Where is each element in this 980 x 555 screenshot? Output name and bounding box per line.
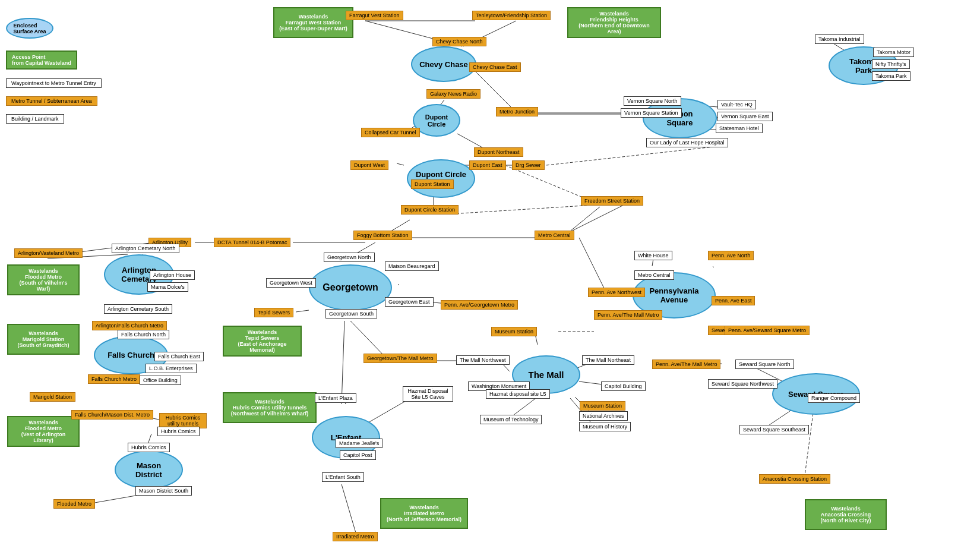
map-container: EnclosedSurface Area Access Pointfrom Ca…: [0, 0, 980, 555]
mason-district-node[interactable]: MasonDistrict: [115, 450, 183, 489]
tepid-sewers[interactable]: Tepid Sewers: [254, 308, 293, 317]
wastelands-arlington[interactable]: WastelandsFlooded Metro(South of Vilhelm…: [7, 264, 80, 295]
penn-ave-northwest[interactable]: Penn. Ave Northwest: [588, 288, 645, 297]
metro-central-node: Metro Central: [634, 270, 674, 280]
ranger-compound: Ranger Compound: [808, 393, 860, 403]
seward-square-north: Seward Square North: [735, 360, 794, 369]
svg-line-82: [805, 409, 814, 475]
museum-station-top[interactable]: Museum Station: [491, 327, 537, 336]
legend-enclosed: EnclosedSurface Area: [6, 18, 102, 39]
svg-line-71: [713, 266, 714, 267]
georgetown-mall-metro[interactable]: Georgetown/The Mall Metro: [363, 354, 437, 363]
seward-square-northwest: Seward Square Northwest: [708, 379, 777, 389]
arlington-cemetary-south: Arlington Cemetary South: [104, 304, 172, 314]
white-house: White House: [634, 251, 672, 260]
office-building: Office Building: [140, 376, 181, 385]
svg-line-47: [296, 310, 309, 312]
museum-station-bottom[interactable]: Museum Station: [580, 401, 625, 411]
penn-seward-metro[interactable]: Penn. Ave/Seward Square Metro: [725, 326, 810, 335]
wastelands-hubris[interactable]: WastelandsHubris Comics utility tunnels(…: [223, 392, 317, 423]
georgetown-node[interactable]: Georgetown: [309, 264, 392, 311]
hubris-comics-1: Hubris Comics: [157, 427, 200, 436]
marigold-station[interactable]: Marigold Station: [30, 392, 75, 402]
dupont-east: Dupont East: [469, 160, 506, 170]
museum-of-history: Museum of History: [579, 422, 631, 431]
svg-line-50: [350, 321, 385, 357]
wastelands-anacostia[interactable]: WastelandsAnacostia Crossing(North of Ri…: [805, 499, 887, 530]
falls-church-north: Falls Church North: [118, 330, 169, 339]
svg-line-40: [88, 494, 143, 504]
svg-line-51: [342, 321, 344, 404]
mason-district-south: Mason District South: [135, 486, 192, 496]
wastelands-flooded[interactable]: WastelandsFlooded Metro(Vest of Arlingto…: [7, 416, 80, 447]
falls-church-metro[interactable]: Falls Church Metro: [88, 374, 140, 384]
flooded-metro[interactable]: Flooded Metro: [53, 499, 95, 509]
chevy-chase-node[interactable]: Chevy Chase: [411, 46, 476, 82]
tenleytown-station[interactable]: Tenleytown/Friendship Station: [472, 11, 551, 20]
legend-metro: Metro Tunnel / Subterranean Area: [6, 96, 102, 106]
penn-ave-georgetown-metro[interactable]: Penn. Ave/Georgetown Metro: [441, 300, 518, 310]
irradiated-metro[interactable]: Irradiated Metro: [333, 532, 378, 541]
dupont-circle-large-node[interactable]: Dupont CircleStation: [407, 159, 475, 198]
the-mall-northwest: The Mall Northwest: [456, 355, 510, 365]
penn-ave-east[interactable]: Penn. Ave East: [712, 296, 755, 305]
hubris-comics-2: Hubris Comics: [128, 443, 170, 452]
our-lady-hospital: Our Lady of Last Hope Hospital: [646, 138, 728, 147]
dupont-west: Dupont West: [350, 160, 388, 170]
vault-tec-hq: Vault-Tec HQ: [717, 100, 756, 109]
freedom-street-station[interactable]: Freedom Street Station: [581, 196, 643, 206]
svg-line-44: [398, 284, 399, 285]
anacostia-crossing-station[interactable]: Anacostia Crossing Station: [759, 474, 830, 484]
svg-line-57: [342, 484, 356, 535]
svg-line-17: [451, 205, 594, 214]
penn-ave-north[interactable]: Penn. Ave North: [708, 251, 754, 260]
lenfant-plaza: L'Enfant Plaza: [315, 393, 356, 403]
arlington-cemetary-north: Arlington Cemetary North: [112, 244, 179, 253]
nifty-thriftys: Nifty Thrifty's: [872, 59, 910, 69]
svg-line-61: [511, 397, 538, 417]
legend-waypoint: Waypointnext to Metro Tunnel Entry: [6, 78, 102, 88]
legend: EnclosedSurface Area Access Pointfrom Ca…: [6, 18, 102, 132]
metro-junction[interactable]: Metro Junction: [496, 107, 538, 116]
wastelands-tepid[interactable]: WastelandsTepid Sewers(East of Anchorage…: [223, 326, 302, 357]
farragut-west-station[interactable]: Farragut Vest Station: [346, 11, 403, 20]
dupont-station: Dupont Station: [411, 179, 454, 189]
arlington-wasteland-metro[interactable]: Arlington/Vasteland Metro: [14, 248, 83, 258]
falls-church-east: Falls Church East: [154, 352, 204, 361]
seward-square-southeast: Seward Square Southeast: [739, 425, 809, 434]
wastelands-marigold[interactable]: WastelandsMarigold Station(South of Gray…: [7, 324, 80, 355]
hazmat-disposal: Hazmat Disposal Site L5 Caves: [403, 386, 453, 402]
svg-line-91: [567, 207, 600, 234]
arlington-house: Arlington House: [150, 270, 195, 280]
wastelands-friendship[interactable]: WastelandsFriendship Heights(Northern En…: [567, 7, 661, 38]
lob-enterprises: L.O.B. Enterprises: [146, 364, 197, 373]
galaxy-news-radio[interactable]: Galaxy News Radio: [426, 89, 480, 99]
mama-dolces: Mama Dolce's: [147, 282, 188, 292]
legend-building: Building / Landmark: [6, 114, 102, 124]
georgetown-north: Georgetown North: [324, 253, 375, 262]
wastelands-irradiated[interactable]: WastelandsIrradiated Metro(North of Jeff…: [380, 498, 468, 529]
arlington-falls-metro[interactable]: Arlington/Falls Church Metro: [92, 321, 167, 330]
takoma-park-waypoint: Takoma Park: [872, 71, 911, 81]
georgetown-east: Georgetown East: [385, 297, 434, 307]
chevy-chase-east: Chevy Chase East: [469, 62, 521, 72]
wastelands-farragut[interactable]: WastelandsFarragut West Station(East of …: [273, 7, 353, 38]
collapsed-car-tunnel[interactable]: Collapsed Car Tunnel: [361, 128, 420, 137]
penn-mall-top[interactable]: Penn. Ave/The Mall Metro: [594, 310, 662, 320]
metro-central[interactable]: Metro Central: [535, 231, 574, 240]
takoma-motor: Takoma Motor: [873, 48, 914, 57]
drg-sewer[interactable]: Drg Sewer: [512, 160, 545, 170]
svg-line-90: [579, 238, 607, 294]
dupont-circle-station[interactable]: Dupont Circle Station: [401, 205, 459, 215]
national-archives: National Archives: [579, 411, 628, 421]
hazmat-site: Hazmat disposal site L5: [486, 389, 550, 399]
lenfant-south: L'Enfant South: [322, 472, 364, 482]
dcta-tunnel[interactable]: DCTA Tunnel 014-B Potomac: [214, 238, 290, 247]
capitol-building: Capitol Building: [601, 381, 646, 391]
foggy-bottom-station[interactable]: Foggy Bottom Station: [353, 231, 412, 240]
penn-mall-bottom[interactable]: Penn. Ave/The Mall Metro: [652, 360, 720, 369]
falls-church-mason-metro[interactable]: Falls Church/Mason Dist. Metro: [71, 410, 153, 420]
capitol-post: Capitol Post: [340, 450, 376, 460]
dupont-circle-small-node[interactable]: DupontCircle: [413, 104, 460, 137]
legend-access: Access Pointfrom Capital Wasteland: [6, 51, 102, 70]
